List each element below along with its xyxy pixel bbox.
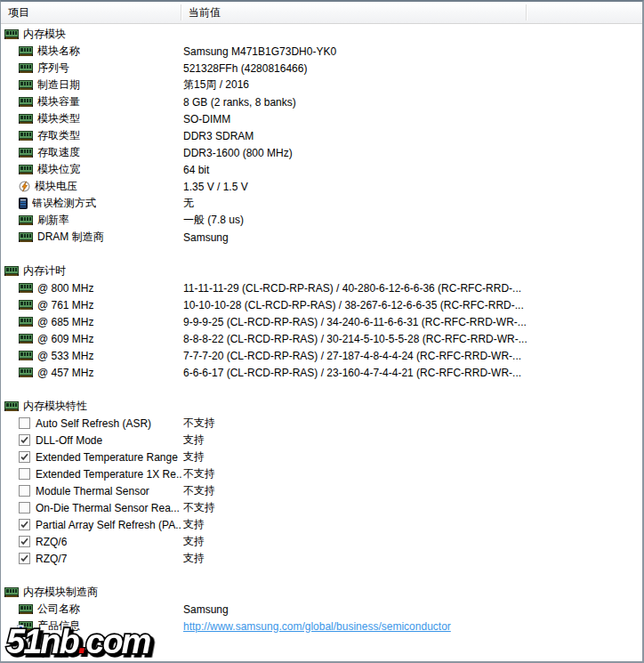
ram-icon [19,351,33,360]
section-row[interactable]: 内存模块特性 [1,398,642,415]
row-label: 刷新率 [37,213,69,228]
feature-row[interactable]: Extended Temperature Range支持 [1,449,642,465]
ram-icon [19,114,33,124]
info-row[interactable]: @ 609 MHz8-8-8-22 (CL-RCD-RP-RAS) / 30-2… [1,330,642,347]
section-row[interactable]: 内存模块 [1,26,642,43]
column-header-item[interactable]: 项目 [1,2,181,23]
info-row[interactable]: @ 533 MHz7-7-7-20 (CL-RCD-RP-RAS) / 27-1… [1,347,642,364]
row-value: Samsung [183,231,229,244]
ram-icon [19,131,33,141]
info-row[interactable]: 序列号521328FFh (4280816466) [1,60,642,77]
feature-row[interactable]: RZQ/6支持 [1,533,642,550]
row-value: 521328FFh (4280816466) [183,62,307,75]
checkmark-icon [20,537,29,546]
checkmark-icon [20,435,29,445]
section-row[interactable]: 内存模块制造商 [1,584,642,601]
feature-row[interactable]: On-Die Thermal Sensor Rea...不支持 [1,499,642,516]
info-row[interactable]: @ 800 MHz11-11-11-29 (CL-RCD-RP-RAS) / 4… [1,279,642,296]
info-row[interactable]: 存取类型DDR3 SDRAM [1,127,642,144]
ram-icon [19,232,33,242]
memory-info-panel: 项目 当前值 内存模块模块名称Samsung M471B1G73DH0-YK0序… [0,0,644,663]
column-header-value[interactable]: 当前值 [181,2,527,23]
row-value: 支持 [183,552,205,564]
ram-icon [4,29,19,39]
column-header-row: 项目 当前值 [1,2,642,24]
info-row[interactable]: @ 761 MHz10-10-10-28 (CL-RCD-RP-RAS) / 3… [1,296,642,313]
info-row[interactable]: @ 685 MHz9-9-9-25 (CL-RCD-RP-RAS) / 34-2… [1,313,642,330]
row-label: 存取速度 [37,145,80,160]
checkbox-checked[interactable] [19,536,30,547]
chip-icon [19,198,28,209]
section-title: 内存模块制造商 [23,585,98,600]
row-label: @ 457 MHz [37,367,94,379]
row-label: 模块容量 [37,94,80,109]
feature-row[interactable]: Module Thermal Sensor不支持 [1,482,642,499]
checkbox-unchecked[interactable] [19,417,30,429]
row-label: 模块类型 [37,111,80,126]
info-row[interactable]: 公司名称Samsung [1,601,642,618]
info-row[interactable]: 模块类型SO-DIMM [1,110,642,127]
section-title: 内存模块 [23,27,66,42]
info-row[interactable]: 产品信息http://www.samsung.com/global/busine… [1,618,642,635]
section-gap [1,381,642,398]
row-label: On-Die Thermal Sensor Rea... [36,502,180,514]
checkbox-unchecked[interactable] [19,468,30,480]
info-row[interactable]: @ 457 MHz6-6-6-17 (CL-RCD-RP-RAS) / 23-1… [1,364,642,381]
feature-row[interactable]: Partial Array Self Refresh (PA...支持 [1,516,642,533]
row-label: @ 800 MHz [37,282,94,295]
row-value: Samsung M471B1G73DH0-YK0 [183,45,336,58]
checkbox-checked[interactable] [19,553,30,564]
column-header-spacer[interactable] [527,2,642,23]
ram-icon [19,46,33,56]
shortcut-arrow-icon [17,625,24,632]
info-row[interactable]: 模块电压1.35 V / 1.5 V [1,178,642,195]
section-title: 内存计时 [23,263,66,279]
ram-icon [19,604,33,614]
checkbox-unchecked[interactable] [19,502,30,513]
row-value: DDR3-1600 (800 MHz) [183,147,293,159]
checkmark-icon [20,554,29,563]
row-value: 支持 [183,535,205,547]
row-value: 不支持 [183,467,215,480]
info-row[interactable]: 制造日期第15周 / 2016 [1,77,642,93]
row-value: 支持 [183,518,205,530]
feature-row[interactable]: Auto Self Refresh (ASR)不支持 [1,415,642,432]
feature-row[interactable]: Extended Temperature 1X Re...不支持 [1,465,642,482]
product-info-link[interactable]: http://www.samsung.com/global/business/s… [183,620,451,633]
ram-icon [19,97,33,107]
feature-row[interactable]: RZQ/7支持 [1,550,642,567]
info-row[interactable]: 模块位宽64 bit [1,161,642,178]
info-row[interactable]: DRAM 制造商Samsung [1,229,642,246]
info-list: 内存模块模块名称Samsung M471B1G73DH0-YK0序列号52132… [1,24,642,635]
feature-row[interactable]: DLL-Off Mode支持 [1,432,642,449]
row-label: @ 761 MHz [37,299,94,311]
ram-icon [4,587,19,597]
checkbox-checked[interactable] [19,451,30,463]
row-value: 不支持 [183,501,215,513]
ram-icon [19,165,33,174]
row-value: Samsung [183,603,229,616]
checkbox-checked[interactable] [19,519,30,530]
row-label: Module Thermal Sensor [36,485,149,497]
row-label: @ 609 MHz [37,333,94,345]
row-label: 存取类型 [37,128,80,143]
info-row[interactable]: 模块容量8 GB (2 ranks, 8 banks) [1,93,642,110]
row-label: 序列号 [37,61,69,76]
row-label: RZQ/7 [36,553,67,565]
row-value: 11-11-11-29 (CL-RCD-RP-RAS) / 40-280-6-1… [183,282,521,295]
row-label: 公司名称 [37,602,80,617]
section-gap [1,567,642,584]
row-label: 模块名称 [37,44,80,59]
row-label: @ 533 MHz [37,350,94,362]
row-value: 8-8-8-22 (CL-RCD-RP-RAS) / 30-214-5-10-5… [183,333,527,345]
checkbox-unchecked[interactable] [19,485,30,497]
row-value: 8 GB (2 ranks, 8 banks) [183,96,296,109]
checkbox-checked[interactable] [19,434,30,446]
info-row[interactable]: 存取速度DDR3-1600 (800 MHz) [1,144,642,161]
info-row[interactable]: 模块名称Samsung M471B1G73DH0-YK0 [1,43,642,60]
info-row[interactable]: 刷新率一般 (7.8 us) [1,212,642,229]
section-row[interactable]: 内存计时 [1,263,642,279]
row-value: 一般 (7.8 us) [183,214,244,226]
info-row[interactable]: 错误检测方式无 [1,195,642,212]
ram-icon [19,300,33,310]
